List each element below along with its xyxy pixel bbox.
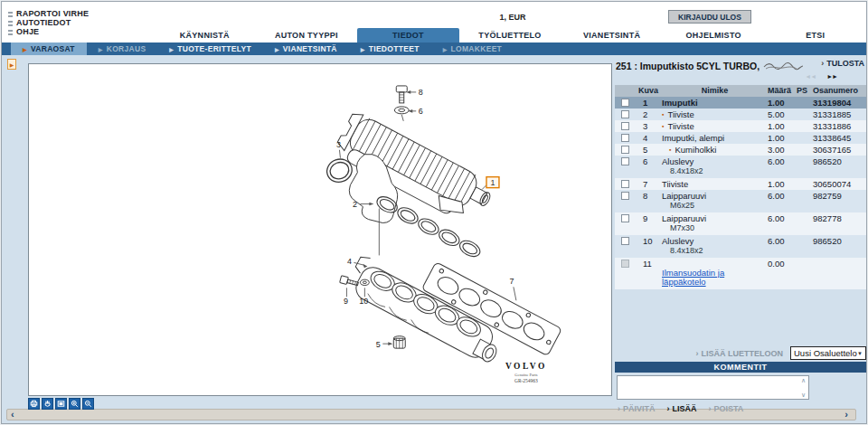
scroll-down-icon[interactable]: ∨ [801,392,806,398]
menu-item-vehicle-info[interactable]: AUTOTIEDOT [8,19,89,27]
row-partnumber: 31331886 [813,120,867,132]
row-checkbox[interactable] [621,192,629,200]
row-checkbox[interactable] [621,237,629,245]
col-osanumero: Osanumero [813,85,867,97]
row-checkbox[interactable] [621,110,629,118]
part-row-5[interactable]: 5 ▪Kumiholkki 3.00 30637165 [615,144,867,156]
callout-10[interactable]: 10 [359,297,368,306]
tab-tyoluettelo[interactable]: TYÖLUETTELO [459,28,561,42]
part-row-4[interactable]: 4 Imuputki, alempi 1.00 31338645 [615,132,867,144]
update-button-label: PÄIVITÄ [623,404,656,413]
delete-button[interactable]: › POISTA [709,404,744,413]
subtab-lomakkeet[interactable]: ▶ LOMAKKEET [431,42,514,55]
update-button[interactable]: › PÄIVITÄ [618,404,656,413]
pan-icon[interactable] [42,398,53,410]
subtab-vianetsinta[interactable]: ▶ VIANETSINTÄ [263,42,349,55]
part-row-8[interactable]: 8 LaipparuuviM6x25 6.00 982759 [615,190,867,212]
parts-list-select[interactable]: Uusi Osaluettelo ▼ [790,346,866,360]
vida-parts-app: RAPORTOI VIRHE AUTOTIEDOT OHJE 1, EUR KI… [1,1,867,424]
callout-4[interactable]: 4 [347,257,352,266]
tab-etsi[interactable]: ETSI [764,28,866,42]
row-dimension: M7x30 [662,224,768,235]
comment-actions: › PÄIVITÄ › LISÄÄ › POISTA [618,404,743,413]
part-row-9[interactable]: 9 LaipparuuviM7x30 6.00 982778 [615,212,867,235]
part-row-1[interactable]: 1 Imuputki 1.00 31319804 [615,97,867,109]
related-group-link[interactable]: Ilmansuodatin ja läppäkotelo [662,269,768,289]
part-row-11[interactable]: 11 Ilmansuodatin ja läppäkotelo 0.00 [615,258,867,289]
table-header-row: Kuva Nimike Määrä PS Osanumero [615,85,867,97]
subtab-varaosat[interactable]: ▶ VARAOSAT [11,42,87,55]
tab-vianetsinta[interactable]: VIANETSINTÄ [561,28,663,42]
subtab-arrow-icon: ▶ [99,46,103,52]
subtab-korjaus[interactable]: ▶ KORJAUS [87,42,158,55]
add-to-list-row: › LISÄÄ LUETTELOON Uusi Osaluettelo ▼ [696,346,867,360]
sub-tab-bar: ▶ VARAOSAT ▶ KORJAUS ▶ TUOTE-ERITTELYT ▶… [2,42,866,55]
top-bar: RAPORTOI VIRHE AUTOTIEDOT OHJE 1, EUR KI… [2,2,866,42]
row-checkbox[interactable] [621,134,629,142]
menu-bullet-icon [8,30,13,35]
row-number: 8 [635,190,662,202]
subtab-tuote-erittelyt[interactable]: ▶ TUOTE-ERITTELYT [157,42,263,55]
add-button[interactable]: › LISÄÄ [667,404,697,413]
row-checkbox[interactable] [621,180,629,188]
comment-textarea[interactable] [618,376,798,399]
callout-7[interactable]: 7 [509,277,514,286]
subtab-label: TUOTE-ERITTELYT [177,44,251,53]
callout-2[interactable]: 2 [353,200,357,209]
row-checkbox[interactable] [621,157,629,165]
row-checkbox[interactable] [621,146,629,154]
pager: ◄◄ ►► [805,73,837,80]
callout-8[interactable]: 8 [419,88,423,97]
row-name: Aluslevy8.4x18x2 [662,235,768,258]
row-name: LaipparuuviM7x30 [662,212,768,235]
part-row-6[interactable]: 6 Aluslevy8.4x18x2 6.00 986520 [615,156,867,178]
prev-page-icon[interactable]: ◄◄ [805,73,816,80]
callout-6[interactable]: 6 [419,107,423,116]
menu-item-help[interactable]: OHJE [8,28,89,36]
row-qty: 5.00 [768,109,797,120]
part-row-10[interactable]: 10 Aluslevy8.4x18x2 6.00 986520 [615,235,867,258]
row-checkbox[interactable] [621,214,629,222]
subtab-tiedotteet[interactable]: ▶ TIEDOTTEET [349,42,431,55]
tab-kaynnista[interactable]: KÄYNNISTÄ [154,28,256,42]
panel-toggle-icon[interactable]: ▶ [7,59,16,70]
next-page-icon[interactable]: ►► [826,73,837,80]
scroll-left-icon[interactable]: ‹ [11,409,14,420]
callout-1-highlighted[interactable]: 1 [486,177,499,188]
parts-list-select-value: Uusi Osaluettelo [794,348,857,358]
print-link[interactable]: › TULOSTA [821,59,864,68]
print-icon[interactable] [28,398,40,410]
section-title: 251 : Imuputkisto 5CYL TURBO, [616,61,804,71]
row-name: ▪Tiiviste [662,120,768,132]
row-checkbox[interactable] [621,99,629,107]
row-number: 11 [635,258,662,269]
zoom-out-icon[interactable] [82,398,94,410]
redacted-scribble [762,61,804,71]
zoom-in-icon[interactable] [69,398,80,410]
part-row-2[interactable]: 2 ▪Tiiviste 5.00 31331885 [615,109,867,120]
tab-tiedot[interactable]: TIEDOT [357,28,459,42]
callout-5[interactable]: 5 [376,340,381,349]
menu-item-report-error[interactable]: RAPORTOI VIRHE [8,10,89,18]
tab-auton-tyyppi[interactable]: AUTON TYYPPI [256,28,358,42]
add-to-list-link[interactable]: › LISÄÄ LUETTELOON [696,349,784,358]
bullet-icon: ▪ [669,146,671,153]
row-qty: 6.00 [768,190,797,202]
callout-3[interactable]: 3 [336,140,341,149]
callout-9[interactable]: 9 [344,297,348,306]
comment-scrollbar: ∧ ∨ [798,376,808,399]
callout-1-label: 1 [490,178,495,187]
tab-ohjelmisto[interactable]: OHJELMISTO [663,28,765,42]
parts-sidebar: 251 : Imuputkisto 5CYL TURBO, › TULOSTA … [615,55,867,423]
row-partnumber: 31338645 [813,132,867,144]
zoom-window-icon[interactable] [55,398,67,410]
row-checkbox[interactable] [621,122,629,130]
scroll-up-icon[interactable]: ∧ [801,377,806,383]
bullet-icon: ▪ [662,111,664,118]
row-name: Ilmansuodatin ja läppäkotelo [662,258,768,289]
logout-button[interactable]: KIRJAUDU ULOS [668,10,751,24]
row-name: ▪Tiiviste [662,109,768,120]
part-row-7[interactable]: 7 Tiiviste 1.00 30650074 [615,178,867,190]
part-row-3[interactable]: 3 ▪Tiiviste 1.00 31331886 [615,120,867,132]
row-number: 6 [635,156,662,167]
